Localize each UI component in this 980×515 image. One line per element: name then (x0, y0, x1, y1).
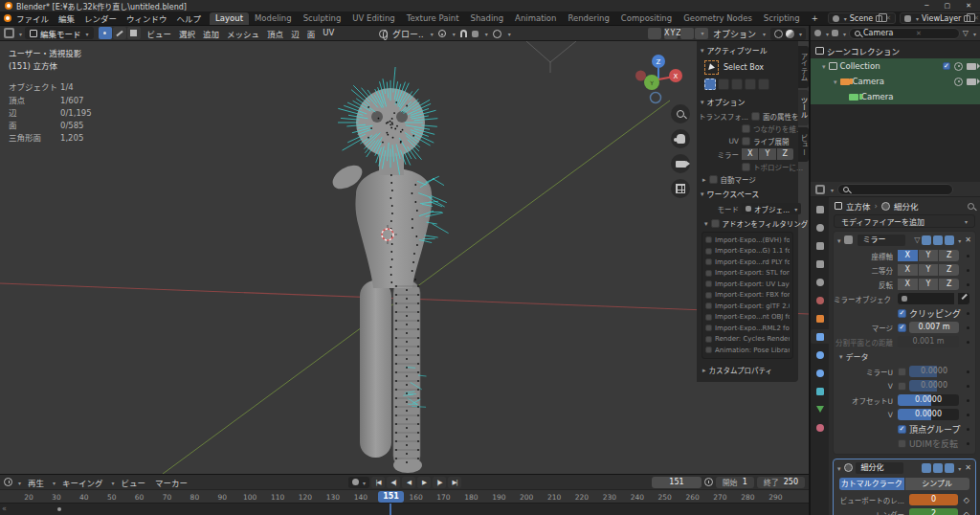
addon-checkbox[interactable] (705, 292, 712, 299)
snap-target-icon[interactable] (472, 31, 479, 37)
collection-expand-icon[interactable] (822, 61, 826, 71)
workspace-tab[interactable]: Geometry Nodes (678, 12, 758, 25)
viewport-menu-item[interactable]: 選択 (175, 28, 199, 39)
flip-udim-checkbox[interactable] (898, 439, 906, 448)
sidebar-tab[interactable]: ビュー (798, 127, 809, 163)
workspace-tab[interactable]: Animation (509, 12, 562, 25)
subdivision-modifier-name[interactable]: 細分化 (856, 462, 903, 474)
playback-button[interactable]: ◀| (387, 477, 400, 488)
close-button[interactable]: ✕ (966, 2, 971, 10)
properties-tab[interactable] (811, 238, 829, 253)
flip-toggle[interactable]: Y (919, 279, 939, 290)
face-select-button[interactable] (127, 27, 141, 39)
transform-orientation-icon[interactable] (379, 30, 388, 38)
mirror-axis-button[interactable]: Y (670, 28, 675, 39)
viewport-menu-item[interactable]: メッシュ (223, 28, 263, 39)
vertex-group-filter-icon[interactable]: ▽ (914, 235, 920, 244)
addon-list-item[interactable]: Import-Expo...(BVH) format (705, 235, 790, 246)
edge-select-button[interactable] (113, 27, 126, 39)
addon-checkbox[interactable] (705, 347, 712, 353)
live-unwrap-checkbox[interactable] (742, 137, 750, 146)
mirror-u-checkbox[interactable] (898, 368, 906, 376)
render-display-icon[interactable] (945, 235, 954, 245)
outliner-search[interactable]: ✕ (849, 28, 960, 39)
addon-checkbox[interactable] (705, 258, 712, 265)
new-viewlayer-icon[interactable] (964, 15, 970, 22)
mirror-v-value[interactable]: 0.0000 (909, 380, 959, 392)
flip-toggle[interactable]: Z (939, 279, 959, 290)
automerge-checkbox[interactable] (709, 175, 718, 184)
frame-end-field[interactable]: 終了250 (757, 477, 805, 488)
workspace-tab[interactable]: Compositing (615, 12, 678, 25)
hide-eye-icon[interactable] (954, 62, 963, 71)
properties-tab[interactable] (811, 293, 829, 307)
mirror-topology-checkbox[interactable] (742, 163, 750, 171)
viewlayer-selector[interactable]: ViewLayer ✕ (900, 12, 980, 24)
properties-search-input[interactable] (852, 185, 947, 193)
mirror-modifier-name[interactable]: ミラー (858, 235, 905, 246)
toggle-perspective-button[interactable] (671, 179, 690, 198)
addon-list-item[interactable]: Render: Cycles Render En... (705, 334, 790, 346)
navigation-gizmo[interactable]: Z X Y (635, 51, 683, 106)
mirror-u-value[interactable]: 0.0000 (909, 366, 959, 377)
workspace-tab[interactable]: Modeling (249, 12, 298, 25)
properties-tab[interactable] (811, 366, 829, 380)
options-panel-header[interactable]: オプション (697, 94, 798, 110)
realtime-display-icon[interactable] (933, 235, 943, 245)
solid-shading-icon[interactable] (786, 30, 794, 38)
render-levels-value[interactable]: 2 (909, 508, 958, 515)
blender-menu-icon[interactable] (4, 14, 11, 22)
mode-selector[interactable]: 編集モード (25, 27, 94, 39)
offset-v-value[interactable]: 0.0000 (898, 409, 959, 420)
addon-list-item[interactable]: Import-Expo...G) 1.1 format (705, 246, 790, 258)
active-tool-panel-header[interactable]: アクティブツール (697, 42, 798, 58)
properties-tab[interactable] (811, 202, 829, 216)
addon-list-item[interactable]: Import-Export: FBX format (705, 290, 790, 302)
addon-list-item[interactable]: Import-Export: UV Layout (705, 279, 790, 290)
viewport-menu-item[interactable]: 辺 (287, 28, 303, 39)
select-subtract-mode[interactable] (731, 78, 743, 90)
timeline-ruler[interactable]: 151 203040506070809010011012013014016017… (0, 489, 809, 503)
merge-checkbox[interactable]: ✓ (898, 324, 906, 332)
filter-funnel-icon[interactable]: ▽ (963, 29, 969, 37)
addon-checkbox[interactable] (705, 336, 712, 343)
playback-menu[interactable]: 再生 (25, 477, 47, 488)
properties-tab[interactable] (811, 275, 829, 289)
flip-toggle[interactable]: X (898, 279, 918, 290)
bisect-toggle[interactable]: Z (939, 264, 959, 276)
properties-tab[interactable] (811, 384, 829, 398)
viewport-menu-item[interactable]: ビュー (144, 28, 176, 39)
use-preview-range-icon[interactable] (704, 478, 713, 486)
addon-checkbox[interactable] (705, 236, 712, 243)
workspace-tab[interactable]: + (806, 12, 824, 25)
properties-search[interactable] (837, 184, 953, 195)
mirror-axis-toggle[interactable]: X (742, 148, 758, 160)
maximize-button[interactable]: ▢ (945, 2, 951, 10)
proportional-edit-icon[interactable] (493, 30, 501, 38)
workspace-mode-dropdown[interactable]: オブジェ... (742, 203, 801, 214)
snap-magnet-icon[interactable] (460, 30, 467, 37)
properties-tab[interactable] (811, 420, 829, 435)
realtime-display-icon[interactable] (933, 463, 943, 473)
bisect-toggle[interactable]: Y (919, 264, 939, 276)
data-section-header[interactable]: データ (834, 349, 975, 364)
select-extend-mode[interactable] (718, 78, 729, 90)
delete-modifier-icon[interactable]: ✕ (965, 235, 971, 244)
properties-tab[interactable] (811, 347, 829, 362)
mirror-object-field[interactable] (898, 293, 954, 304)
subdiv-collapse-icon[interactable] (837, 463, 841, 473)
addon-checkbox[interactable] (705, 302, 712, 309)
playback-button[interactable]: ▶| (448, 477, 461, 488)
keying-menu[interactable]: キーイング (59, 477, 106, 488)
playhead[interactable]: 151 (378, 491, 404, 503)
breadcrumb-modifier[interactable]: 細分化 (894, 200, 919, 212)
axis-toggle[interactable]: X (898, 250, 918, 261)
addon-list-item[interactable]: Import-Export: STL format (705, 268, 790, 280)
menubar-item[interactable]: 編集 (54, 12, 79, 24)
addon-list-item[interactable]: Import-Expo...nt OBJ format (705, 312, 790, 324)
outliner-search-input[interactable] (863, 29, 913, 37)
breadcrumb-object[interactable]: 立方体 (846, 200, 871, 212)
axis-toggle[interactable]: Y (919, 250, 939, 261)
workspace-tab[interactable]: Shading (465, 12, 510, 25)
mirror-axis-toggle[interactable]: Y (759, 148, 775, 160)
